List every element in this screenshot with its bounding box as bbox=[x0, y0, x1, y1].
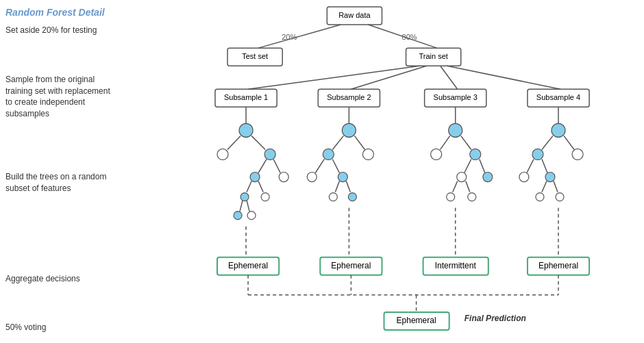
svg-line-61 bbox=[453, 181, 458, 192]
svg-line-41 bbox=[315, 159, 324, 173]
annotation-5: 50% voting bbox=[5, 322, 114, 333]
svg-point-48 bbox=[348, 193, 356, 201]
svg-line-55 bbox=[461, 136, 471, 149]
svg-line-63 bbox=[466, 181, 470, 192]
svg-line-73 bbox=[527, 159, 534, 173]
svg-point-54 bbox=[431, 149, 442, 160]
sub4-label: Subsample 4 bbox=[536, 93, 580, 101]
train-set-label: Train set bbox=[419, 52, 447, 60]
result2-label: Ephemeral bbox=[331, 261, 371, 270]
svg-line-47 bbox=[346, 181, 350, 192]
svg-line-77 bbox=[542, 181, 547, 192]
main-container: Random Forest Detail Set aside 20% for t… bbox=[0, 0, 644, 343]
svg-point-64 bbox=[468, 193, 476, 201]
svg-point-68 bbox=[552, 123, 565, 137]
svg-point-52 bbox=[449, 123, 462, 137]
svg-point-74 bbox=[519, 173, 529, 182]
result4-label: Ephemeral bbox=[538, 261, 578, 270]
svg-point-16 bbox=[239, 123, 253, 137]
svg-point-72 bbox=[572, 149, 583, 160]
svg-line-79 bbox=[554, 181, 558, 192]
svg-point-40 bbox=[362, 149, 373, 160]
svg-line-19 bbox=[251, 136, 265, 149]
svg-point-22 bbox=[250, 173, 260, 182]
raw-data-label: Raw data bbox=[338, 11, 371, 19]
svg-point-76 bbox=[545, 173, 555, 182]
svg-point-78 bbox=[536, 193, 544, 201]
annotation-2: Sample from the original training set wi… bbox=[5, 74, 114, 120]
annotation-4: Aggregate decisions bbox=[5, 273, 114, 285]
svg-line-53 bbox=[441, 136, 450, 149]
svg-line-1 bbox=[258, 25, 340, 48]
svg-line-25 bbox=[247, 181, 251, 192]
svg-point-58 bbox=[457, 173, 467, 182]
final-result-label: Ephemeral bbox=[397, 316, 436, 325]
svg-point-30 bbox=[234, 212, 242, 220]
final-prediction-text: Final Prediction bbox=[465, 314, 526, 323]
svg-line-69 bbox=[542, 136, 553, 149]
svg-point-20 bbox=[264, 149, 275, 160]
result3-label: Intermittent bbox=[435, 261, 477, 270]
annotation-3: Build the trees on a random subset of fe… bbox=[5, 171, 114, 194]
sub3-label: Subsample 3 bbox=[434, 93, 478, 101]
svg-point-60 bbox=[483, 173, 493, 182]
svg-point-26 bbox=[240, 193, 249, 201]
svg-point-70 bbox=[532, 149, 543, 160]
svg-line-75 bbox=[542, 159, 547, 173]
svg-text:20%: 20% bbox=[282, 33, 297, 41]
page-title: Random Forest Detail bbox=[5, 7, 114, 18]
svg-point-24 bbox=[279, 173, 288, 182]
svg-line-45 bbox=[335, 181, 339, 192]
svg-point-38 bbox=[323, 149, 334, 160]
svg-line-17 bbox=[227, 136, 240, 149]
result1-label: Ephemeral bbox=[228, 261, 268, 270]
svg-line-31 bbox=[247, 201, 249, 212]
diagram: Raw data 20% 80% Test set Train set bbox=[120, 0, 644, 343]
sub2-label: Subsample 2 bbox=[327, 93, 371, 101]
svg-line-71 bbox=[564, 136, 574, 149]
svg-line-57 bbox=[465, 159, 471, 173]
svg-line-59 bbox=[480, 159, 485, 173]
test-set-label: Test set bbox=[242, 52, 268, 60]
svg-line-9 bbox=[441, 66, 458, 89]
sub1-label: Subsample 1 bbox=[224, 93, 268, 101]
svg-line-27 bbox=[258, 181, 263, 192]
svg-point-18 bbox=[217, 149, 228, 160]
svg-point-32 bbox=[247, 212, 256, 220]
svg-point-62 bbox=[447, 193, 455, 201]
annotation-1: Set aside 20% for testing bbox=[5, 25, 114, 36]
svg-line-43 bbox=[332, 159, 339, 173]
svg-line-7 bbox=[248, 66, 420, 89]
svg-line-10 bbox=[447, 66, 560, 89]
svg-text:80%: 80% bbox=[402, 33, 417, 41]
svg-line-21 bbox=[258, 159, 267, 173]
svg-line-39 bbox=[354, 136, 364, 149]
svg-line-8 bbox=[351, 66, 426, 89]
svg-line-23 bbox=[273, 159, 280, 173]
svg-point-80 bbox=[556, 193, 564, 201]
left-panel: Random Forest Detail Set aside 20% for t… bbox=[0, 0, 120, 343]
svg-point-46 bbox=[329, 193, 337, 201]
svg-line-29 bbox=[240, 201, 243, 212]
svg-point-42 bbox=[307, 173, 317, 182]
svg-line-37 bbox=[332, 136, 343, 149]
svg-point-36 bbox=[342, 123, 356, 137]
svg-point-28 bbox=[261, 193, 269, 201]
svg-point-44 bbox=[338, 173, 347, 182]
svg-point-56 bbox=[470, 149, 481, 160]
